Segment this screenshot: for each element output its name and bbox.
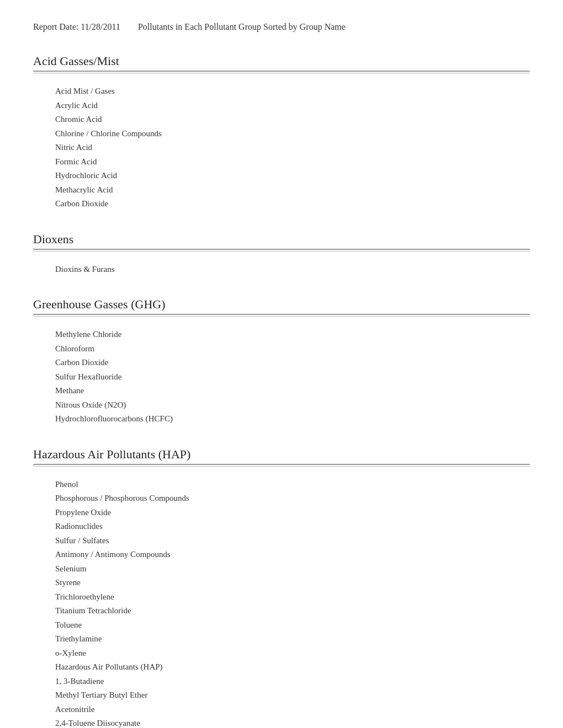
list-item: Sulfur / Sulfates xyxy=(55,534,530,548)
list-item: Propylene Oxide xyxy=(55,506,530,520)
section-dioxens: DioxensDioxins & Furans xyxy=(33,232,530,281)
list-item: Phenol xyxy=(55,478,530,492)
section-rule-acid-gasses-mist xyxy=(33,73,530,73)
list-item: Trichloroethylene xyxy=(55,590,530,604)
list-item: Methane xyxy=(55,384,530,398)
list-item: Dioxins & Furans xyxy=(55,263,530,277)
list-item: o-Xylene xyxy=(55,646,530,661)
item-list-greenhouse-gasses: Methylene ChlorideChloroformCarbon Dioxi… xyxy=(33,323,530,431)
sections-container: Acid Gasses/MistAcid Mist / GasesAcrylic… xyxy=(33,54,530,728)
section-rule-hazardous-air-pollutants xyxy=(33,466,530,467)
list-item: Nitric Acid xyxy=(55,141,530,155)
section-greenhouse-gasses: Greenhouse Gasses (GHG)Methylene Chlorid… xyxy=(33,297,530,431)
list-item: Antimony / Antimony Compounds xyxy=(55,548,530,562)
list-item: Hydrochlorofluorocarbons (HCFC) xyxy=(55,412,530,426)
report-date: Report Date: 11/28/2011 xyxy=(33,22,120,31)
item-list-hazardous-air-pollutants: PhenolPhosphorous / Phosphorous Compound… xyxy=(33,473,530,729)
item-list-dioxens: Dioxins & Furans xyxy=(33,258,530,281)
list-item: Chlorine / Chlorine Compounds xyxy=(55,127,530,141)
list-item: Acid Mist / Gases xyxy=(55,84,530,99)
list-item: Radionuclides xyxy=(55,520,530,534)
list-item: Methylene Chloride xyxy=(55,328,530,342)
list-item: Carbon Dioxide xyxy=(55,197,530,211)
list-item: Selenium xyxy=(55,562,530,576)
section-title-acid-gasses-mist: Acid Gasses/Mist xyxy=(33,54,530,72)
list-item: Carbon Dioxide xyxy=(55,356,530,370)
list-item: Formic Acid xyxy=(55,155,530,169)
report-header: Report Date: 11/28/2011 Pollutants in Ea… xyxy=(33,22,530,32)
section-hazardous-air-pollutants: Hazardous Air Pollutants (HAP)PhenolPhos… xyxy=(33,447,530,729)
report-title: Pollutants in Each Pollutant Group Sorte… xyxy=(138,22,346,31)
section-title-dioxens: Dioxens xyxy=(33,232,530,250)
list-item: Sulfur Hexafluoride xyxy=(55,370,530,384)
list-item: Nitrous Oxide (N2O) xyxy=(55,398,530,413)
list-item: Styrene xyxy=(55,576,530,590)
section-acid-gasses-mist: Acid Gasses/MistAcid Mist / GasesAcrylic… xyxy=(33,54,530,216)
list-item: Hydrochloric Acid xyxy=(55,169,530,183)
list-item: 2,4-Toluene Diisocyanate xyxy=(55,716,530,728)
section-title-hazardous-air-pollutants: Hazardous Air Pollutants (HAP) xyxy=(33,447,530,465)
list-item: Methacrylic Acid xyxy=(55,183,530,197)
list-item: Chloroform xyxy=(55,342,530,356)
section-rule-dioxens xyxy=(33,251,530,251)
list-item: Toluene xyxy=(55,618,530,633)
list-item: Acetonitrile xyxy=(55,703,530,717)
list-item: Methyl Tertiary Butyl Ether xyxy=(55,688,530,703)
list-item: Titanium Tetrachloride xyxy=(55,604,530,618)
list-item: 1, 3-Butadiene xyxy=(55,675,530,689)
list-item: Chromic Acid xyxy=(55,113,530,127)
list-item: Acrylic Acid xyxy=(55,99,530,113)
list-item: Hazardous Air Pollutants (HAP) xyxy=(55,660,530,675)
list-item: Triethylamine xyxy=(55,632,530,646)
section-title-greenhouse-gasses: Greenhouse Gasses (GHG) xyxy=(33,297,530,315)
section-rule-greenhouse-gasses xyxy=(33,316,530,317)
item-list-acid-gasses-mist: Acid Mist / GasesAcrylic AcidChromic Aci… xyxy=(33,80,530,216)
list-item: Phosphorous / Phosphorous Compounds xyxy=(55,491,530,506)
